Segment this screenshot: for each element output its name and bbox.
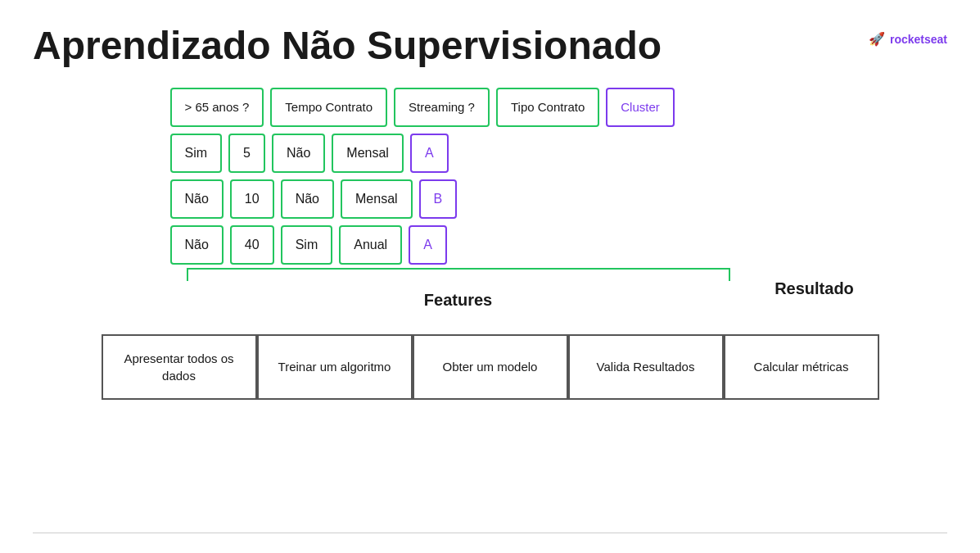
cell-2-3: Anual (339, 225, 402, 265)
header: Aprendizado Não Supervisionado 🚀 rockets… (33, 25, 947, 68)
cell-0-4: A (410, 134, 449, 173)
process-step-4: Calcular métricas (724, 334, 879, 400)
cell-0-3: Mensal (332, 134, 404, 173)
table-header-row: > 65 anos ? Tempo Contrato Streaming ? T… (170, 88, 876, 127)
logo-icon: 🚀 (869, 31, 885, 47)
cell-1-0: Não (170, 179, 224, 219)
table-row: Não 40 Sim Anual A (170, 225, 876, 265)
cell-2-2: Sim (281, 225, 333, 265)
features-col: Features (170, 268, 747, 310)
cell-1-3: Mensal (341, 179, 413, 219)
cell-0-1: 5 (228, 134, 265, 173)
table-wrapper: > 65 anos ? Tempo Contrato Streaming ? T… (170, 88, 876, 310)
features-label: Features (424, 291, 492, 310)
table-row: Não 10 Não Mensal B (170, 179, 876, 219)
logo: 🚀 rocketseat (869, 31, 947, 47)
process-step-2: Obter um modelo (413, 334, 568, 400)
cell-1-1: 10 (230, 179, 274, 219)
bracket-line (170, 268, 747, 288)
header-cell-1: Tempo Contrato (270, 88, 387, 127)
cell-0-0: Sim (170, 134, 223, 173)
header-cell-0: > 65 anos ? (170, 88, 264, 127)
cell-2-0: Não (170, 225, 224, 265)
process-step-0: Apresentar todos os dados (102, 334, 257, 400)
cell-1-2: Não (281, 179, 334, 219)
resultado-col: Resultado (753, 268, 876, 310)
bottom-divider (33, 533, 947, 533)
table-section: > 65 anos ? Tempo Contrato Streaming ? T… (98, 88, 947, 310)
process-step-1: Treinar um algoritmo (257, 334, 413, 400)
logo-text: rocketseat (890, 33, 947, 46)
cell-0-2: Não (272, 134, 325, 173)
bracket-right (729, 268, 730, 281)
header-cell-3: Tipo Contrato (496, 88, 599, 127)
main-page: Aprendizado Não Supervisionado 🚀 rockets… (0, 0, 980, 553)
header-cell-2: Streaming ? (394, 88, 490, 127)
cell-1-4: B (419, 179, 458, 219)
page-title: Aprendizado Não Supervisionado (33, 25, 662, 68)
process-step-3: Valida Resultados (568, 334, 724, 400)
resultado-label: Resultado (775, 279, 854, 298)
table-row: Sim 5 Não Mensal A (170, 134, 876, 173)
header-cell-4: Cluster (606, 88, 675, 127)
data-rows: Sim 5 Não Mensal A Não 10 Não Mensal B N… (170, 134, 876, 265)
process-steps-section: Apresentar todos os dados Treinar um alg… (33, 334, 947, 400)
cell-2-4: A (409, 225, 447, 265)
labels-wrapper: Features Resultado (170, 268, 876, 310)
cell-2-1: 40 (230, 225, 274, 265)
